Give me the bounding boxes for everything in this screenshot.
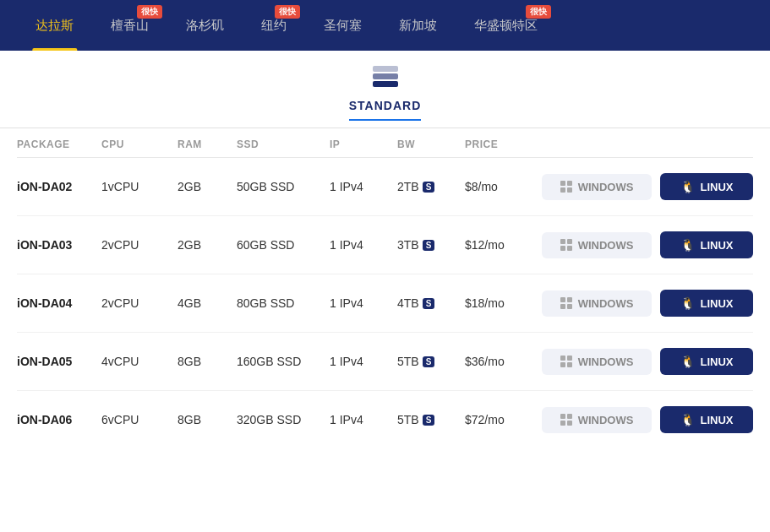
table-row: iON-DA04 2vCPU 4GB 80GB SSD 1 IPv4 4TBS …: [17, 274, 753, 333]
btn-group-4: WINDOWS 🐧 LINUX: [532, 406, 753, 433]
table-container: PACKAGE CPU RAM SSD IP BW PRICE iON-DA02…: [0, 128, 770, 448]
btn-group-3: WINDOWS 🐧 LINUX: [532, 348, 753, 375]
standard-section: STANDARD: [0, 51, 770, 128]
cell-cpu-2: 2vCPU: [101, 296, 177, 310]
windows-icon-3: [560, 356, 572, 367]
cell-cpu-4: 6vCPU: [101, 413, 177, 426]
header-cpu: CPU: [101, 138, 177, 150]
cell-ram-3: 8GB: [177, 355, 237, 368]
windows-icon-0: [560, 181, 572, 193]
bw-badge-1: S: [423, 240, 435, 251]
linux-button-2[interactable]: 🐧 LINUX: [660, 290, 753, 317]
bw-badge-3: S: [423, 356, 435, 367]
cell-price-1: $12/mo: [465, 238, 532, 252]
navigation: 达拉斯很快檀香山洛杉矶很快纽约圣何塞新加坡很快华盛顿特区: [0, 0, 770, 51]
bw-badge-0: S: [423, 182, 435, 193]
cell-ram-0: 2GB: [177, 180, 237, 193]
nav-label-newyork: 纽约: [261, 18, 287, 34]
cell-package-0: iON-DA02: [17, 180, 101, 193]
nav-label-sanjose: 圣何塞: [324, 18, 362, 34]
linux-button-4[interactable]: 🐧 LINUX: [660, 406, 753, 433]
cell-price-4: $72/mo: [465, 413, 532, 426]
cell-ram-1: 2GB: [177, 238, 237, 252]
table-row: iON-DA06 6vCPU 8GB 320GB SSD 1 IPv4 5TBS…: [17, 391, 753, 448]
cell-ip-3: 1 IPv4: [330, 355, 397, 368]
table-row: iON-DA02 1vCPU 2GB 50GB SSD 1 IPv4 2TBS …: [17, 158, 753, 216]
table-body: iON-DA02 1vCPU 2GB 50GB SSD 1 IPv4 2TBS …: [17, 158, 753, 448]
cell-bw-1: 3TBS: [397, 238, 465, 252]
linux-button-3[interactable]: 🐧 LINUX: [660, 348, 753, 375]
cell-package-2: iON-DA04: [17, 296, 101, 310]
windows-icon-2: [560, 297, 572, 309]
nav-badge-tanxiang: 很快: [137, 5, 162, 19]
windows-button-4[interactable]: WINDOWS: [542, 407, 652, 433]
cell-ip-1: 1 IPv4: [330, 238, 397, 252]
cell-ram-2: 4GB: [177, 296, 237, 310]
cell-price-2: $18/mo: [465, 296, 532, 310]
nav-item-sanjose[interactable]: 圣何塞: [305, 0, 380, 51]
table-row: iON-DA05 4vCPU 8GB 160GB SSD 1 IPv4 5TBS…: [17, 333, 753, 391]
cell-package-4: iON-DA06: [17, 413, 101, 426]
bw-badge-2: S: [423, 298, 435, 309]
cell-ssd-4: 320GB SSD: [237, 413, 330, 426]
windows-button-1[interactable]: WINDOWS: [542, 232, 652, 258]
svg-rect-1: [373, 73, 398, 79]
linux-icon-1: 🐧: [680, 238, 695, 252]
windows-button-0[interactable]: WINDOWS: [542, 174, 652, 200]
linux-icon-3: 🐧: [680, 355, 695, 368]
linux-button-0[interactable]: 🐧 LINUX: [660, 173, 753, 200]
cell-package-3: iON-DA05: [17, 355, 101, 368]
table-row: iON-DA03 2vCPU 2GB 60GB SSD 1 IPv4 3TBS …: [17, 216, 753, 274]
nav-label-losangeles: 洛杉矶: [186, 18, 224, 34]
header-package: PACKAGE: [17, 138, 101, 150]
nav-label-singapore: 新加坡: [399, 18, 437, 34]
header-ssd: SSD: [237, 138, 330, 150]
cell-bw-2: 4TBS: [397, 296, 465, 310]
cell-cpu-3: 4vCPU: [101, 355, 177, 368]
nav-item-dc[interactable]: 很快华盛顿特区: [456, 0, 556, 51]
linux-icon-2: 🐧: [680, 296, 695, 310]
cell-ip-2: 1 IPv4: [330, 296, 397, 310]
cell-ssd-0: 50GB SSD: [237, 180, 330, 193]
nav-item-singapore[interactable]: 新加坡: [380, 0, 456, 51]
nav-label-tanxiang: 檀香山: [111, 18, 149, 34]
nav-item-losangeles[interactable]: 洛杉矶: [167, 0, 243, 51]
windows-button-2[interactable]: WINDOWS: [542, 290, 652, 317]
svg-rect-0: [373, 66, 398, 72]
nav-badge-newyork: 很快: [275, 5, 300, 19]
cell-cpu-1: 2vCPU: [101, 238, 177, 252]
cell-bw-3: 5TBS: [397, 355, 465, 368]
header-bw: BW: [397, 138, 465, 150]
header-ram: RAM: [177, 138, 237, 150]
cell-ssd-3: 160GB SSD: [237, 355, 330, 368]
cell-ssd-2: 80GB SSD: [237, 296, 330, 310]
linux-icon-0: 🐧: [680, 180, 695, 193]
cell-package-1: iON-DA03: [17, 238, 101, 252]
windows-icon-4: [560, 414, 572, 426]
cell-ip-0: 1 IPv4: [330, 180, 397, 193]
svg-rect-2: [373, 81, 398, 87]
header-ip: IP: [330, 138, 397, 150]
linux-icon-4: 🐧: [680, 413, 695, 426]
cell-bw-0: 2TBS: [397, 180, 465, 193]
nav-item-dallas[interactable]: 达拉斯: [17, 0, 92, 51]
stack-icon: [371, 66, 400, 95]
cell-price-0: $8/mo: [465, 180, 532, 193]
windows-icon-1: [560, 239, 572, 251]
nav-badge-dc: 很快: [526, 5, 551, 19]
standard-label: STANDARD: [349, 99, 422, 121]
bw-badge-4: S: [423, 415, 435, 426]
btn-group-2: WINDOWS 🐧 LINUX: [532, 290, 753, 317]
nav-item-tanxiang[interactable]: 很快檀香山: [92, 0, 167, 51]
btn-group-0: WINDOWS 🐧 LINUX: [532, 173, 753, 200]
cell-cpu-0: 1vCPU: [101, 180, 177, 193]
header-price: PRICE: [465, 138, 532, 150]
cell-ram-4: 8GB: [177, 413, 237, 426]
nav-label-dc: 华盛顿特区: [474, 18, 538, 34]
cell-ssd-1: 60GB SSD: [237, 238, 330, 252]
nav-item-newyork[interactable]: 很快纽约: [243, 0, 305, 51]
nav-label-dallas: 达拉斯: [35, 18, 74, 34]
linux-button-1[interactable]: 🐧 LINUX: [660, 231, 753, 258]
windows-button-3[interactable]: WINDOWS: [542, 349, 652, 375]
column-headers: PACKAGE CPU RAM SSD IP BW PRICE: [17, 128, 753, 158]
